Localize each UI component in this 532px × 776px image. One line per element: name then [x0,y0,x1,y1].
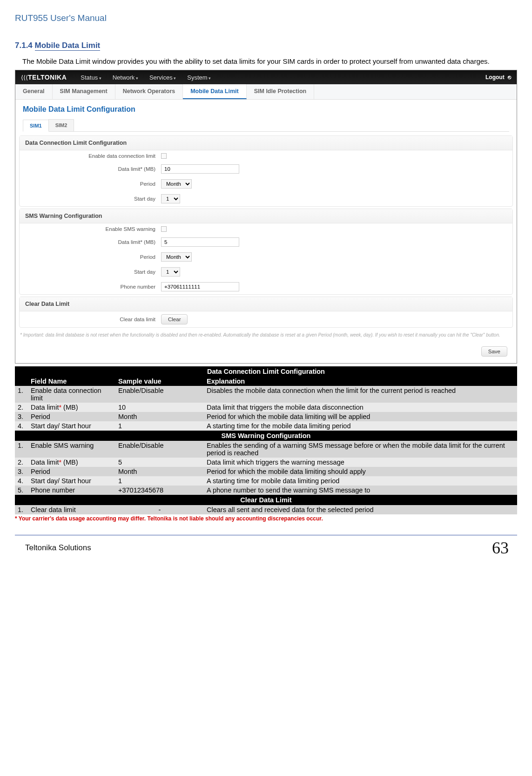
page-title: Mobile Data Limit Configuration [15,100,517,119]
row-sample: Month [115,467,204,476]
row-num: 5. [15,486,28,495]
sim-tabs: SIM1 SIM2 [23,119,509,132]
tab-network-operators[interactable]: Network Operators [115,84,183,99]
footer-company: Teltonika Solutions [25,543,91,553]
row-explain: Enables the sending of a warning SMS mes… [204,441,517,458]
row-explain: Data limit which triggers the warning me… [204,458,517,467]
label-sms-period: Period [25,254,161,260]
logout-label: Logout [485,74,505,81]
section-sms-warning: SMS Warning Configuration Enable SMS war… [19,209,513,295]
row-sample: 1 [115,476,204,486]
th-explanation: Explanation [204,377,517,386]
label-enable-sms-warning: Enable SMS warning [25,226,161,232]
row-num: 4. [15,476,28,486]
table-section-sms: SMS Warning Configuration [15,431,517,441]
label-sms-data-limit: Data limit* (MB) [25,239,161,245]
row-sample: 10 [115,403,204,412]
table-section-dcl: Data Connection Limit Configuration [15,366,517,377]
checkbox-enable-sms-warning[interactable] [161,226,167,232]
save-button[interactable]: Save [481,346,507,357]
checkbox-enable-data-limit[interactable] [161,153,167,159]
row-sample: Enable/Disable [115,441,204,458]
section-heading: 7.1.4 Mobile Data Limit [15,41,517,51]
clear-button[interactable]: Clear [161,314,188,324]
row-explain: Period for which the mobile data limitin… [204,412,517,421]
doc-header: RUT955 User's Manual [15,13,517,23]
label-sms-phone-number: Phone number [25,284,161,290]
select-sms-period[interactable]: Month [161,252,192,262]
label-dcl-data-limit: Data limit* (MB) [25,166,161,172]
row-num: 2. [15,458,28,467]
section-head-clear: Clear Data Limit [20,297,512,311]
row-field: Period [28,412,115,421]
row-field: Enable data connection limit [28,386,115,403]
tab-sim-management[interactable]: SIM Management [53,84,115,99]
label-clear-data-limit: Clear data limit [25,317,161,322]
row-num: 1. [15,386,28,403]
nav-system[interactable]: System [187,74,211,81]
table-section-clear: Clear Data Limit [15,495,517,505]
label-dcl-start-day: Start day [25,196,161,202]
th-sample-value: Sample value [115,377,204,386]
important-note: * Important: data limit database is not … [15,330,517,343]
row-field: Data limit* (MB) [28,458,115,467]
row-field: Start day/ Start hour [28,476,115,486]
tab-sim2[interactable]: SIM2 [48,119,74,131]
row-explain: Disables the mobile data connection when… [204,386,517,403]
brand-logo-icon: ⟨⟨⟨ [21,74,28,81]
select-sms-start-day[interactable]: 1 [161,267,180,277]
config-explanation-table: Data Connection Limit Configuration Fiel… [15,366,517,514]
brand-name: TELTONIKA [28,74,67,81]
row-explain: Clears all sent and received data for th… [204,505,517,514]
section-data-connection-limit: Data Connection Limit Configuration Enab… [19,135,513,207]
section-clear-data-limit: Clear Data Limit Clear data limit Clear [19,297,513,328]
section-head-sms: SMS Warning Configuration [20,209,512,223]
nav-status[interactable]: Status [81,74,101,81]
row-sample: 5 [115,458,204,467]
save-bar: Save [15,343,517,363]
tab-general[interactable]: General [15,84,53,99]
topbar: ⟨⟨⟨ TELTONIKA Status Network Services Sy… [15,70,517,84]
row-num: 1. [15,441,28,458]
section-number: 7.1.4 [15,41,35,50]
tab-sim1[interactable]: SIM1 [23,120,49,132]
row-explain: A starting time for the mobile data limi… [204,421,517,431]
footer-page-number: 63 [492,538,509,558]
disclaimer: * Your carrier's data usage accounting m… [15,515,517,522]
tab-mobile-data-limit[interactable]: Mobile Data Limit [183,84,246,99]
row-sample: 1 [115,421,204,431]
logout-link[interactable]: Logout ⎋ [485,74,511,81]
main-nav: Status Network Services System [81,74,485,81]
nav-services[interactable]: Services [149,74,176,81]
row-sample: Enable/Disable [115,386,204,403]
logout-icon: ⎋ [508,74,511,81]
sub-nav-tabs: General SIM Management Network Operators… [15,84,517,100]
page-footer: Teltonika Solutions 63 [15,535,517,558]
row-num: 3. [15,467,28,476]
row-num: 2. [15,403,28,412]
row-explain: A starting time for mobile data limiting… [204,476,517,486]
section-title: Mobile Data Limit [35,41,101,51]
row-num: 1. [15,505,28,514]
row-field: Clear data limit [28,505,115,514]
ui-screenshot: ⟨⟨⟨ TELTONIKA Status Network Services Sy… [15,70,517,364]
row-explain: Period for which the mobile data limitin… [204,467,517,476]
row-num: 3. [15,412,28,421]
row-field: Phone number [28,486,115,495]
section-head-dcl: Data Connection Limit Configuration [20,136,512,150]
label-enable-data-limit: Enable data connection limit [25,153,161,159]
row-sample: Month [115,412,204,421]
label-sms-start-day: Start day [25,269,161,275]
select-dcl-start-day[interactable]: 1 [161,194,180,203]
tab-sim-idle-protection[interactable]: SIM Idle Protection [247,84,315,99]
input-sms-data-limit[interactable] [161,237,239,247]
input-sms-phone-number[interactable] [161,282,239,291]
row-explain: Data limit that triggers the mobile data… [204,403,517,412]
row-field: Data limit* (MB) [28,403,115,412]
input-dcl-data-limit[interactable] [161,164,239,174]
row-field: Start day/ Start hour [28,421,115,431]
nav-network[interactable]: Network [113,74,138,81]
row-explain: A phone number to send the warning SMS m… [204,486,517,495]
select-dcl-period[interactable]: Month [161,179,192,189]
label-dcl-period: Period [25,181,161,187]
